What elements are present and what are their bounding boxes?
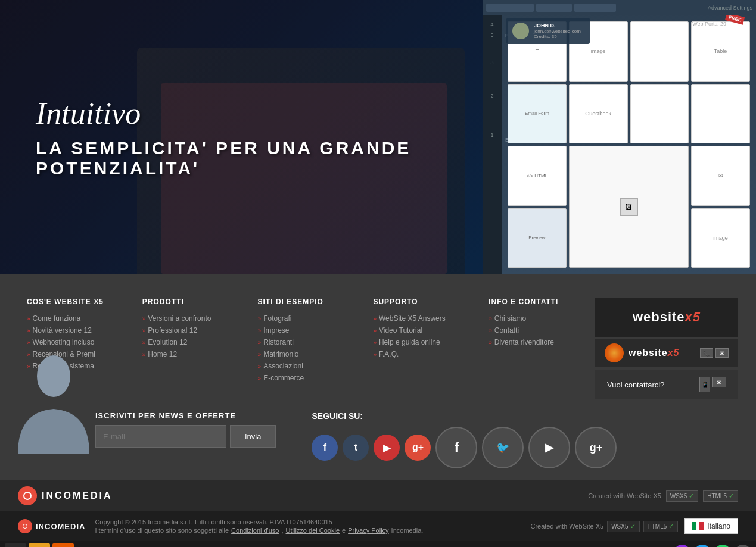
footer-col4-link-4[interactable]: » F.A.Q. <box>373 350 471 358</box>
footer-col3-link-6[interactable]: » E-commerce <box>258 374 356 382</box>
newsletter-email-input[interactable] <box>95 425 226 448</box>
whatsapp-icon[interactable]: W <box>714 545 731 547</box>
incomedia-circle-sm-icon <box>18 519 32 533</box>
phone-small-icon: 📞 <box>700 348 713 358</box>
follow-label: SEGUICI SU: <box>312 411 738 421</box>
wsx5-badge: WSX5 ✓ <box>666 490 698 502</box>
footer-col3-link-2[interactable]: » Imprese <box>258 326 356 335</box>
footer-col2-link-2[interactable]: » Professional 12 <box>142 326 240 335</box>
newsletter-content: ISCRIVITI PER NEWS E OFFERTE Invia <box>95 411 276 448</box>
websitex5-logo-area: websitex5 <box>595 298 738 337</box>
branding-column: websitex5 websitex5 📞 ✉ Vuoi contattarci… <box>595 298 738 399</box>
footer-col1-link-1[interactable]: » Come funziona <box>27 314 125 323</box>
footer-col3-link-1[interactable]: » Fotografi <box>258 314 356 323</box>
websitex5-text-secondary: websitex5 <box>629 348 679 358</box>
privacy-link[interactable]: Privacy Policy <box>348 527 388 534</box>
contact-icons: 📞 ✉ <box>700 348 729 358</box>
footer-col2-title: PRODOTTI <box>142 298 240 306</box>
html5-check-icon: ✓ <box>729 492 734 500</box>
hero-title: Intuitivo <box>36 96 447 131</box>
terms-prefix: I termini d'uso di questo sito sono sogg… <box>95 527 229 534</box>
hero-left-panel: Intuitivo LA SEMPLICITA' PER UNA GRANDE … <box>0 0 483 274</box>
vuoi-contattarci-btn[interactable]: Vuoi contattarci? 📱 ✉ <box>595 370 738 399</box>
copyright-wsx5-badge: WSX5 ✓ <box>607 521 639 532</box>
gplus-large-icon[interactable]: g+ <box>575 427 617 468</box>
footer-col3-link-4[interactable]: » Matrimonio <box>258 350 356 358</box>
youtube-large-icon[interactable]: ▶ <box>528 427 570 468</box>
footer-col5-title: INFO E CONTATTI <box>489 298 586 306</box>
software-mockup: Advanced Settings 4 5 3 2 1 Export Expor… <box>483 0 756 274</box>
copyright-links: I termini d'uso di questo sito sono sogg… <box>95 527 423 534</box>
incomedia-text-sm: INCOMEDIA <box>36 522 85 531</box>
copyright-html5-badge: HTML5 ✓ <box>643 521 679 532</box>
created-with-area: Created with WebSite X5 WSX5 ✓ HTML5 ✓ <box>588 490 738 502</box>
websitex5-logo-main: websitex5 <box>607 310 726 325</box>
footer-col4-link-1[interactable]: » WebSite X5 Answers <box>373 314 471 323</box>
footer: COS'E WEBSITE X5 » Come funziona » Novit… <box>0 274 756 511</box>
social-section: SEGUICI SU: f t ▶ g+ f 🐦 ▶ g+ <box>312 411 738 468</box>
facebook-large-icon[interactable]: f <box>435 427 477 468</box>
twitter-taskbar-icon[interactable]: 🐦 <box>694 545 711 547</box>
footer-col2-link-3[interactable]: » Evolution 12 <box>142 338 240 346</box>
footer-incomedia-left: INCOMEDIA <box>18 486 113 505</box>
incomedia-sphere-icon <box>605 343 624 362</box>
newsletter-form: Invia <box>95 425 276 448</box>
footer-incomedia-bar: INCOMEDIA Created with WebSite X5 WSX5 ✓… <box>0 480 756 511</box>
viber-icon[interactable]: V <box>674 545 690 547</box>
taskbar-orange-btn[interactable]: ● <box>52 543 74 547</box>
footer-bottom-section: ISCRIVITI PER NEWS E OFFERTE Invia SEGUI… <box>0 411 756 480</box>
footer-col3-link-5[interactable]: » Associazioni <box>258 362 356 370</box>
footer-col2-link-1[interactable]: » Versioni a confronto <box>142 314 240 323</box>
footer-col3-link-3[interactable]: » Ristoranti <box>258 338 356 346</box>
footer-col-products: PRODOTTI » Versioni a confronto » Profes… <box>133 298 249 399</box>
copyright-info: Copyright © 2015 Incomedia s.r.l. Tutti … <box>95 518 423 534</box>
footer-col5-link-3[interactable]: » Diventa rivenditore <box>489 338 586 346</box>
taskbar-email-btn[interactable]: ✉ <box>29 543 50 547</box>
hero-section: Intuitivo LA SEMPLICITA' PER UNA GRANDE … <box>0 0 756 274</box>
taskbar: ⊞ ✉ ● V 🐦 W ⚙ <box>0 541 756 547</box>
cookie-link[interactable]: Utilizzo dei Cookie <box>286 527 340 534</box>
newsletter-title: ISCRIVITI PER NEWS E OFFERTE <box>95 411 276 420</box>
language-label: Italiano <box>707 522 730 530</box>
incomedia-suffix: Incomedia. <box>391 527 424 534</box>
wsx5-label: WSX5 <box>670 493 687 499</box>
footer-col-info: INFO E CONTATTI » Chi siamo » Contatti »… <box>480 298 595 399</box>
footer-col5-link-2[interactable]: » Contatti <box>489 326 586 335</box>
copyright-html5-check: ✓ <box>668 523 674 530</box>
copyright-left: INCOMEDIA Copyright © 2015 Incomedia s.r… <box>18 518 423 534</box>
taskbar-grid-btn[interactable]: ⊞ <box>5 543 26 547</box>
settings-taskbar-icon[interactable]: ⚙ <box>735 545 751 547</box>
hero-subtitle: LA SEMPLICITA' PER UNA GRANDE POTENZIALI… <box>36 138 447 179</box>
language-selector-btn[interactable]: Italiano <box>684 518 738 534</box>
copyright-main-text: Copyright © 2015 Incomedia s.r.l. Tutti … <box>95 518 423 526</box>
mail-small-icon: ✉ <box>715 348 729 358</box>
gplus-small-icon[interactable]: g+ <box>405 435 431 461</box>
footer-col3-title: SITI DI ESEMPIO <box>258 298 356 306</box>
footer-col1-title: COS'E WEBSITE X5 <box>27 298 125 306</box>
condizioni-link[interactable]: Condizioni d'uso <box>231 527 279 534</box>
incomedia-brand-text: INCOMEDIA <box>42 490 113 501</box>
flag-italy-icon <box>692 522 704 530</box>
tumblr-small-icon[interactable]: t <box>343 435 369 461</box>
copyright-right: Created with WebSite X5 WSX5 ✓ HTML5 ✓ I… <box>530 518 738 534</box>
footer-col1-link-2[interactable]: » Novità versione 12 <box>27 326 125 335</box>
incomedia-circle-icon <box>18 486 37 505</box>
footer-col-examples: SITI DI ESEMPIO » Fotografi » Imprese » … <box>249 298 365 399</box>
phone-icon: 📱 <box>699 377 710 392</box>
html5-badge: HTML5 ✓ <box>703 490 738 502</box>
incomedia-logo-small: INCOMEDIA <box>18 519 85 533</box>
vuoi-contattarci-text: Vuoi contattarci? <box>607 380 664 389</box>
mail-icon: ✉ <box>712 377 726 387</box>
twitter-large-icon[interactable]: 🐦 <box>482 427 524 468</box>
footer-col4-link-2[interactable]: » Video Tutorial <box>373 326 471 335</box>
footer-col2-link-4[interactable]: » Home 12 <box>142 350 240 358</box>
incomedia-logo: INCOMEDIA <box>18 486 113 505</box>
footer-columns: COS'E WEBSITE X5 » Come funziona » Novit… <box>0 274 756 411</box>
newsletter-submit-btn[interactable]: Invia <box>230 425 276 448</box>
copyright-bar: INCOMEDIA Copyright © 2015 Incomedia s.r… <box>0 511 756 541</box>
footer-col4-link-3[interactable]: » Help e guida online <box>373 338 471 346</box>
youtube-small-icon[interactable]: ▶ <box>374 435 400 461</box>
facebook-small-icon[interactable]: f <box>312 435 338 461</box>
footer-col4-title: SUPPORTO <box>373 298 471 306</box>
footer-col5-link-1[interactable]: » Chi siamo <box>489 314 586 323</box>
